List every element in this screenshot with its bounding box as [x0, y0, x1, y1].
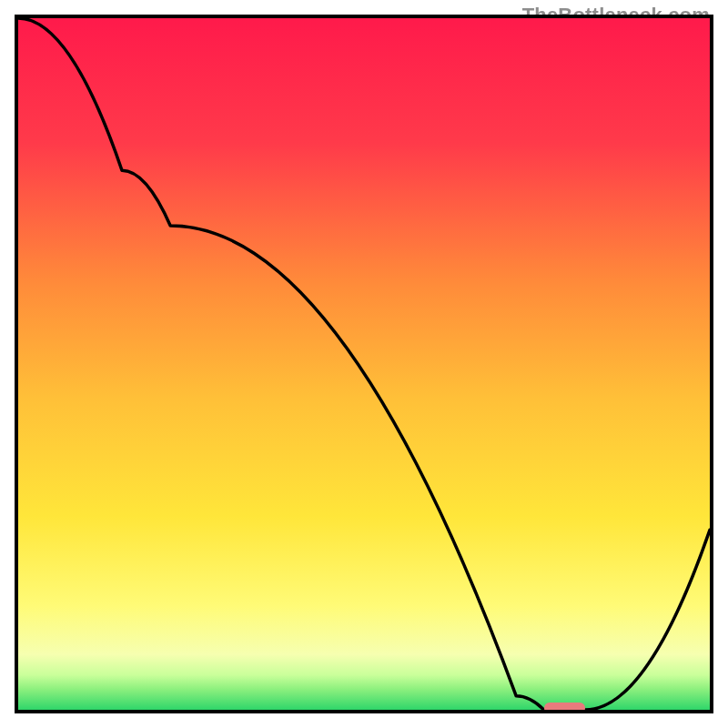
bottleneck-curve	[18, 18, 710, 710]
bottleneck-chart: TheBottleneck.com	[0, 0, 728, 728]
plot-area	[15, 15, 713, 713]
optimal-marker	[544, 703, 586, 713]
